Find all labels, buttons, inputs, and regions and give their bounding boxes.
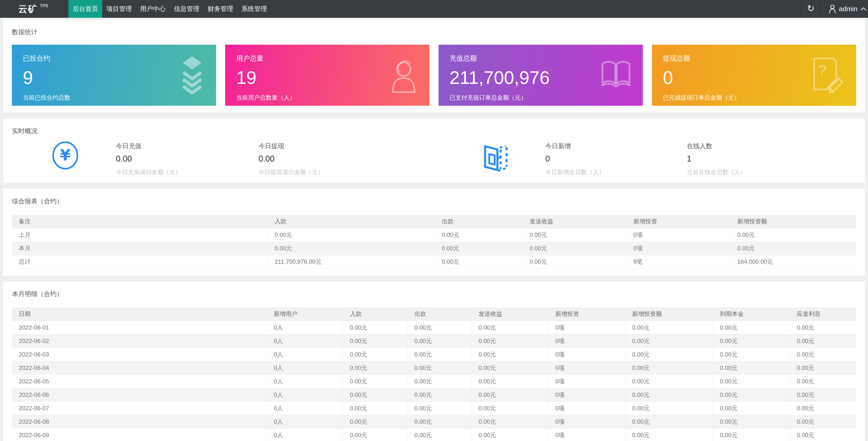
stats-section: 数据统计 已投合约 9 当前已投合约总数 用户总量 19 当前用户总数量（人） [3,20,865,112]
layers-icon [180,56,205,95]
detail-table: 日期新增用户入款出款发送收益新增投资新增投资额到期本金应发利息 2022-06-… [12,307,856,441]
table-cell: 0.00元 [790,348,856,361]
top-navbar: 云矿 TP6 后台首页 项目管理 用户中心 信息管理 财务管理 系统管理 ↻ a… [0,0,868,18]
table-cell: 0.00元 [407,388,471,402]
realtime-stat-withdraw: 今日提现 0.00 今日提现成功金额（元） [258,142,324,176]
column-header: 发送收益 [523,215,626,228]
card-value: 9 [23,69,205,87]
table-cell: 0.00元 [407,402,471,415]
table-cell: 2022-06-08 [12,415,267,429]
stat-value: 0.00 [258,154,324,164]
table-cell: 0.00元 [343,348,407,361]
stat-desc: 今日充值成功金额（元） [116,168,181,176]
column-header: 新增用户 [267,307,343,321]
realtime-section-title: 实时概况 [12,127,856,135]
refresh-button[interactable]: ↻ [801,0,820,18]
table-cell: 0人 [267,321,343,334]
table-cell: 0.00元 [472,415,549,429]
nav-item-home[interactable]: 后台首页 [68,0,102,18]
table-cell: 0人 [267,402,343,415]
column-header: 备注 [12,215,268,228]
table-cell: 0.00元 [713,388,790,402]
table-cell: 0项 [548,429,625,441]
report-section: 综合报表（合约） 备注入款出款发送收益新增投资新增投资额 上月0.00元0.00… [3,189,865,275]
user-menu[interactable]: admin [820,0,868,18]
table-row: 2022-06-070人0.00元0.00元0.00元0项0.00元0.00元0… [12,402,856,415]
table-cell: 0项 [548,375,625,388]
table-cell: 0.00元 [625,321,713,334]
stat-desc: 当前在线会员数（人） [687,168,746,176]
card-label: 已投合约 [23,54,205,63]
table-cell: 0.00元 [435,242,523,255]
open-door-icon [479,140,513,174]
realtime-row: ¥ 今日充值 0.00 今日充值成功金额（元） 今日提现 0.00 今日提现成功… [12,142,856,176]
table-cell: 2022-06-05 [12,375,267,388]
stat-desc: 今日新增会员数（人） [545,168,605,176]
refresh-icon: ↻ [807,4,814,13]
table-cell: 0.00元 [523,255,626,269]
table-cell: 0.00元 [407,334,471,348]
table-cell: 2022-06-09 [12,429,267,441]
table-cell: 0.00元 [343,388,407,402]
table-cell: 本月 [12,242,268,255]
table-row: 2022-06-050人0.00元0.00元0.00元0项0.00元0.00元0… [12,375,856,388]
column-header: 发送收益 [472,307,549,321]
column-header: 日期 [12,307,267,321]
nav-item-users[interactable]: 用户中心 [136,0,170,18]
table-row: 2022-06-060人0.00元0.00元0.00元0项0.00元0.00元0… [12,388,856,402]
nav-item-system[interactable]: 系统管理 [237,0,271,18]
table-cell: 0.00元 [343,321,407,334]
column-header: 入款 [268,215,435,228]
table-cell: 0.00元 [472,402,549,415]
table-cell: 0.00元 [343,429,407,441]
table-cell: 0.00元 [472,348,549,361]
table-cell: 211,700,976.00元 [268,255,435,269]
table-cell: 0项 [627,242,731,255]
table-cell: 0.00元 [472,361,549,375]
table-row: 总计211,700,976.00元0.00元0.00元9笔164,000.00元 [12,255,856,269]
realtime-stat-new-members: 今日新增 0 今日新增会员数（人） [545,142,605,176]
table-cell: 0.00元 [472,321,549,334]
table-cell: 0.00元 [713,429,790,441]
column-header: 新增投资 [548,307,625,321]
stat-value: 0 [545,154,605,164]
table-cell: 0.00元 [435,255,523,269]
table-header-row: 备注入款出款发送收益新增投资新增投资额 [12,215,856,228]
report-section-title: 综合报表（合约） [12,197,856,206]
column-header: 应发利息 [790,307,856,321]
nav-item-finance[interactable]: 财务管理 [204,0,237,18]
table-row: 2022-06-010人0.00元0.00元0.00元0项0.00元0.00元0… [12,321,856,334]
table-cell: 0.00元 [625,334,713,348]
column-header: 新增投资 [627,215,731,228]
realtime-stat-online: 在线人数 1 当前在线会员数（人） [687,142,746,176]
detail-section: 本月明细（合约） 日期新增用户入款出款发送收益新增投资新增投资额到期本金应发利息… [3,281,865,441]
table-cell: 2022-06-06 [12,388,267,402]
table-cell: 2022-06-07 [12,402,267,415]
table-cell: 2022-06-01 [12,321,267,334]
card-desc: 已完成提现订单总金额（元） [663,94,845,102]
card-total-recharge: 充值总额 211,700,976 已支付充值订单总金额（元） [439,45,643,106]
nav-item-info[interactable]: 信息管理 [170,0,204,18]
card-total-withdrawal: 提现总额 0 已完成提现订单总金额（元） ? [652,45,856,106]
table-cell: 0.00元 [343,415,407,429]
table-cell: 0.00元 [472,388,549,402]
column-header: 新增投资额 [625,307,713,321]
stat-label: 在线人数 [687,142,746,150]
stat-label: 今日新增 [545,142,605,150]
table-cell: 0项 [548,388,625,402]
app-logo: 云矿 TP6 [0,0,68,18]
stat-value: 1 [687,154,746,164]
table-cell: 0.00元 [790,402,856,415]
table-cell: 0.00元 [625,375,713,388]
table-cell: 0.00元 [625,402,713,415]
nav-item-projects[interactable]: 项目管理 [102,0,136,18]
stat-label: 今日提现 [258,142,324,150]
table-cell: 0.00元 [731,228,856,242]
table-row: 2022-06-030人0.00元0.00元0.00元0项0.00元0.00元0… [12,348,856,361]
user-icon [829,5,836,13]
document-question-icon: ? [810,57,845,94]
table-cell: 0.00元 [343,334,407,348]
table-cell: 0.00元 [625,388,713,402]
table-cell: 0项 [548,348,625,361]
table-cell: 0.00元 [407,415,471,429]
